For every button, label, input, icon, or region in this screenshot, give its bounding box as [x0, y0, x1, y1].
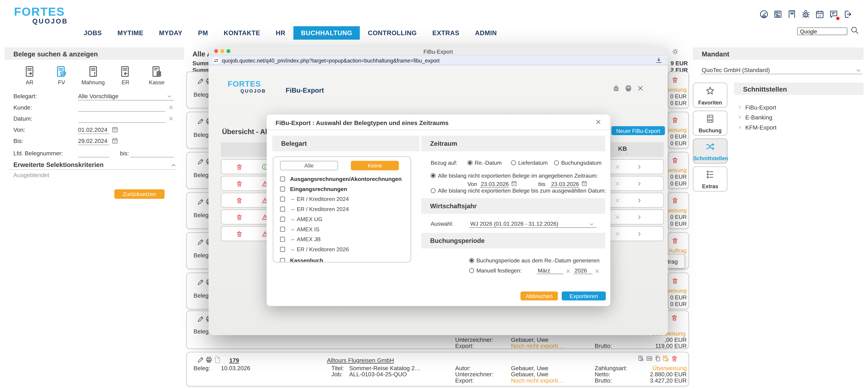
lfd-von-input[interactable] [78, 149, 110, 158]
checkbox[interactable] [280, 187, 285, 191]
delete-icon[interactable] [672, 197, 678, 204]
range-option-label[interactable]: Alle bislang nicht exportierten Belege i… [438, 172, 598, 179]
sidebar-item-e-banking[interactable]: E-Banking [745, 114, 772, 121]
nav-admin[interactable]: ADMIN [467, 26, 505, 40]
belegart-item[interactable]: ER / Kreditoren 2024 [297, 196, 349, 203]
checkbox[interactable] [280, 258, 285, 262]
reset-button[interactable]: Zurücksetzen [114, 189, 164, 199]
lfd-bis-input[interactable] [130, 149, 174, 158]
invoice-row[interactable]: 179 Alltours Flugreisen GmbH Beleg: 10.0… [186, 352, 689, 386]
chevron-right-icon[interactable] [738, 105, 742, 110]
kb-column-header[interactable]: KB [618, 145, 627, 152]
radio-lieferdatum[interactable] [511, 160, 516, 165]
datum-input[interactable] [78, 115, 165, 123]
bis-input[interactable] [78, 137, 110, 145]
radio-generate-option[interactable] [469, 258, 474, 263]
calendar-picker-icon[interactable] [112, 126, 118, 133]
radio-until-option[interactable] [431, 188, 436, 193]
nav-extras[interactable]: EXTRAS [425, 26, 467, 40]
nav-kontakte[interactable]: KONTAKTE [216, 26, 268, 40]
cancel-button[interactable]: Abbrechen [521, 291, 558, 300]
open-chevron-icon[interactable] [637, 181, 642, 187]
belegart-item[interactable]: Ausgangsrechnungen/Akontorechnungen [290, 176, 402, 183]
table-row-right[interactable]: Überweisung 0 EUR 0 EUR [668, 152, 689, 189]
edit-icon[interactable] [197, 356, 204, 364]
export-button[interactable]: Exportieren [562, 291, 606, 300]
mandant-select[interactable] [701, 66, 862, 74]
doc-type-mahnung-label[interactable]: Mahnung [82, 79, 105, 86]
clear-icon[interactable] [566, 269, 571, 274]
bug-report-icon[interactable] [801, 9, 811, 19]
doc-type-ar-label[interactable]: AR [26, 79, 34, 86]
doc-type-fv-label[interactable]: FV [58, 79, 65, 86]
bookmark-icon[interactable] [787, 9, 797, 19]
delete-icon[interactable] [672, 77, 678, 83]
messages-icon[interactable] [829, 9, 838, 19]
clear-icon[interactable] [168, 105, 174, 110]
chevron-down-icon[interactable] [589, 222, 594, 227]
radio-buchungsdatum[interactable] [554, 160, 559, 165]
radio-range-option[interactable] [431, 173, 436, 178]
generate-option-label[interactable]: Buchungsperiode aus dem Re.-Datum generi… [476, 257, 599, 264]
nav-controlling[interactable]: CONTROLLING [360, 26, 425, 40]
table-row-right[interactable]: Überweisung 0 EUR 0 EUR [668, 273, 689, 309]
doc-type-kasse-label[interactable]: Kasse [149, 79, 164, 86]
delete-icon[interactable] [672, 237, 678, 244]
download-icon[interactable] [655, 57, 662, 63]
sidebar-tile-schnittstellen[interactable]: Schnittstellen [693, 138, 727, 164]
delete-icon[interactable] [672, 117, 678, 123]
edit-icon[interactable] [197, 239, 204, 246]
logout-icon[interactable] [843, 9, 852, 19]
form-icon[interactable] [646, 355, 653, 362]
radio-re-datum[interactable] [467, 160, 472, 165]
calendar-icon[interactable] [815, 9, 825, 19]
von-input[interactable] [480, 181, 509, 188]
doc-type-ar-icon[interactable] [24, 64, 36, 79]
bis-input[interactable] [550, 181, 579, 188]
belegart-item[interactable]: ER / Kreditoren 2024 [297, 206, 349, 213]
manual-option-label[interactable]: Manuell festlegen: [476, 268, 522, 274]
checkbox[interactable] [280, 227, 285, 231]
calendar-picker-icon[interactable] [112, 137, 118, 144]
chevron-right-icon[interactable] [738, 115, 742, 120]
kb-x-icon[interactable] [615, 214, 620, 220]
kunde-input[interactable] [78, 104, 165, 112]
search-icon[interactable] [850, 26, 859, 35]
checkbox[interactable] [280, 247, 285, 251]
nav-hr[interactable]: HR [268, 26, 293, 40]
radio-re-datum-label[interactable]: Re.-Datum [475, 160, 502, 166]
checkbox[interactable] [280, 207, 285, 212]
url-text[interactable]: quojob.quotec.net/q40_pm/index.php?targe… [222, 57, 440, 64]
edit-icon[interactable] [197, 118, 204, 125]
select-all-button[interactable]: Alle [280, 161, 338, 170]
radio-buchungsdatum-label[interactable]: Buchungsdatum [561, 160, 601, 166]
chevron-right-icon[interactable] [738, 125, 742, 130]
gear-icon[interactable] [672, 48, 679, 55]
sidebar-tile-favoriten[interactable]: Favoriten [693, 83, 727, 108]
checkbox[interactable] [280, 217, 285, 221]
delete-icon[interactable] [672, 278, 678, 284]
checkbox[interactable] [280, 197, 285, 201]
delete-icon[interactable] [236, 164, 243, 170]
kb-x-icon[interactable] [615, 231, 620, 237]
doc-type-er-label[interactable]: ER [122, 79, 129, 86]
privacy-icon[interactable] [213, 57, 220, 64]
kb-x-icon[interactable] [615, 164, 620, 170]
delete-icon[interactable] [236, 180, 243, 187]
until-option-label[interactable]: Alle bislang nicht exportierten Belege b… [438, 188, 606, 194]
open-chevron-icon[interactable] [637, 231, 642, 237]
nav-jobs[interactable]: JOBS [76, 26, 110, 40]
sidebar-tile-buchung[interactable]: Buchung [693, 111, 727, 136]
open-chevron-icon[interactable] [637, 164, 642, 170]
kb-x-icon[interactable] [615, 181, 620, 187]
nav-myday[interactable]: MYDAY [151, 26, 190, 40]
clear-icon[interactable] [595, 269, 600, 274]
edit-icon[interactable] [197, 315, 204, 323]
table-row-right[interactable]: Überweisung 0 EUR 0 EUR [668, 72, 689, 108]
pdf-icon[interactable] [214, 356, 221, 364]
wirtschaftsjahr-select[interactable] [469, 221, 596, 228]
sidebar-item-fibu-export[interactable]: FiBu-Export [745, 104, 776, 111]
invoice-number-link[interactable]: 179 [229, 357, 239, 364]
edit-icon[interactable] [197, 279, 204, 286]
radio-lieferdatum-label[interactable]: Lieferdatum [518, 160, 548, 166]
